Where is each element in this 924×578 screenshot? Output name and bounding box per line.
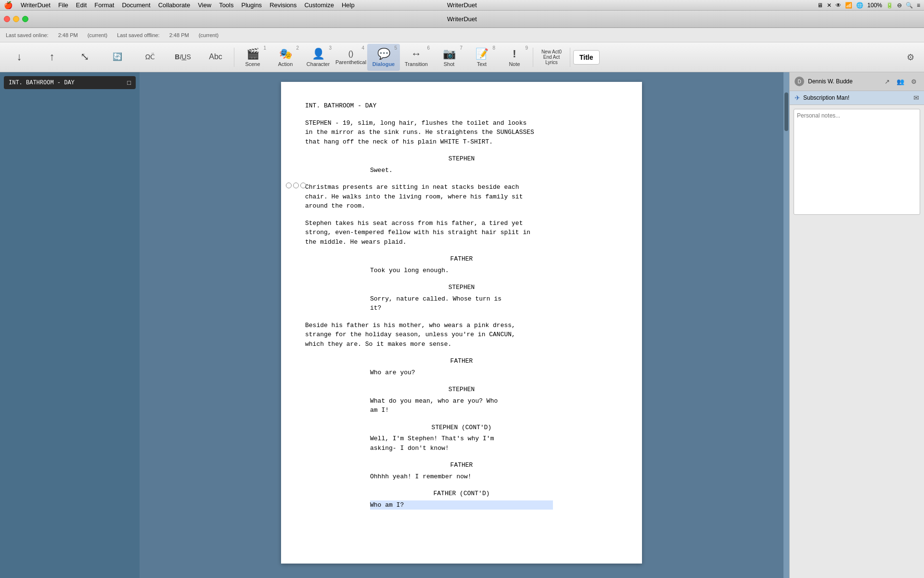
abc-button[interactable]: Abc [199, 44, 232, 71]
toolbar-separator-1 [234, 48, 234, 67]
personal-notes-area [790, 105, 924, 578]
offline-status-current: (current) [199, 32, 219, 38]
dialogue-sweet: Sweet. [370, 166, 553, 175]
subscription-row[interactable]: ✈ Subscription Man! ✉ [790, 91, 924, 105]
menu-plugins[interactable]: Plugins [241, 1, 262, 9]
refresh-button[interactable]: 🔄 [101, 44, 134, 71]
system-icons: 🖥✕👁📶🌐 100%🔋⊖🔍≡ [817, 2, 920, 9]
status-bar: Last saved online: 2:48 PM (current) Las… [0, 28, 924, 42]
dialogue-num: 5 [394, 45, 397, 51]
action-icon: 🎭 [279, 48, 292, 60]
menu-tools[interactable]: Tools [219, 1, 233, 9]
breadcrumb-text: INT. BATHROOM - DAY [9, 79, 75, 86]
maximize-button[interactable] [22, 16, 28, 22]
special-chars-button[interactable]: ΩC̈ [134, 44, 167, 71]
element-buttons-group: 1 🎬 Scene 2 🎭 Action 3 👤 Character 4 () … [236, 44, 531, 71]
menu-format[interactable]: Format [94, 1, 114, 9]
settings-icon[interactable]: ⚙ [903, 50, 918, 65]
dialogue-icon: 💬 [377, 48, 390, 60]
main-layout: INT. BATHROOM - DAY □ INT. BATHROOM - DA… [0, 72, 924, 578]
window-title: WriterDuet [447, 1, 477, 9]
character-stephen-contd: STEPHEN (CONT'D) [305, 423, 618, 433]
text-format-button[interactable]: BIUS [167, 44, 199, 71]
menu-edit[interactable]: Edit [76, 1, 87, 9]
scene-button[interactable]: 1 🎬 Scene [236, 44, 269, 71]
dialogue-well: Well, I'm Stephen! That's why I'masking-… [370, 434, 553, 453]
minimize-button[interactable] [13, 16, 19, 22]
shot-num: 7 [460, 45, 462, 51]
personal-notes-input[interactable] [794, 109, 920, 215]
shot-button[interactable]: 7 📷 Shot [433, 44, 465, 71]
plane-icon: ✈ [795, 94, 800, 102]
user-action-icons: ↗ 👥 ⚙ [882, 76, 919, 87]
action-num: 2 [296, 45, 299, 51]
menu-view[interactable]: View [198, 1, 211, 9]
right-panel: D Dennis W. Budde ↗ 👥 ⚙ ✈ Subscription M… [789, 72, 924, 578]
transition-button[interactable]: 6 ↔ Transition [400, 44, 433, 71]
transition-icon: ↔ [411, 48, 422, 60]
action-block-2: Christmas presents are sitting in neat s… [305, 183, 618, 211]
character-button[interactable]: 3 👤 Character [302, 44, 334, 71]
share-button[interactable]: ↑ [36, 44, 68, 71]
expand-button[interactable]: ⤡ [68, 44, 101, 71]
note-num: 9 [525, 45, 528, 51]
parenthetical-button[interactable]: 4 () Parenthetical [334, 44, 367, 71]
action-block-4: Beside his father is his mother, who wea… [305, 321, 618, 349]
user-name: Dennis W. Budde [808, 78, 853, 85]
text-icon: 📝 [475, 48, 488, 60]
menu-collaborate[interactable]: Collaborate [158, 1, 191, 9]
scene-icon: 🎬 [246, 48, 259, 60]
online-status-time: 2:48 PM [58, 32, 78, 38]
people-icon[interactable]: 👥 [895, 76, 906, 87]
text-format-icon: BIUS [175, 53, 191, 61]
menu-revisions[interactable]: Revisions [270, 1, 296, 9]
menu-document[interactable]: Document [122, 1, 150, 9]
breadcrumb-close[interactable]: □ [127, 79, 131, 86]
menu-customize[interactable]: Customize [304, 1, 334, 9]
menu-app[interactable]: WriterDuet [21, 1, 51, 9]
title-btn-label: Title [579, 53, 593, 61]
traffic-lights [4, 16, 28, 22]
scene-num: 1 [263, 45, 266, 51]
text-label: Text [477, 61, 487, 67]
abc-icon: Abc [209, 53, 222, 61]
toolbar-separator-2 [533, 48, 533, 67]
action-button[interactable]: 2 🎭 Action [269, 44, 302, 71]
script-area[interactable]: INT. BATHROOM - DAY STEPHEN - 19, slim, … [140, 72, 783, 578]
paren-icon: () [348, 50, 354, 58]
dialogue-button[interactable]: 5 💬 Dialogue [367, 44, 400, 71]
script-content[interactable]: INT. BATHROOM - DAY STEPHEN - 19, slim, … [305, 101, 618, 510]
subscription-check-icon: ✉ [913, 94, 919, 102]
note-button[interactable]: 9 ! Note [498, 44, 531, 71]
app-window-titlebar: WriterDuet [0, 11, 924, 28]
scrollbar-track[interactable] [783, 72, 789, 578]
dialogue-sorry: Sorry, nature called. Whose turn isit? [370, 294, 553, 313]
user-settings-icon[interactable]: ⚙ [909, 76, 919, 87]
extra-buttons-group: New Act0End ActLyrics [535, 44, 568, 71]
new-act-button[interactable]: New Act0End ActLyrics [535, 44, 568, 71]
offline-status-time: 2:48 PM [169, 32, 189, 38]
character-father-1: FATHER [305, 254, 618, 264]
character-stephen-2: STEPHEN [305, 283, 618, 292]
close-button[interactable] [4, 16, 10, 22]
mac-titlebar: 🍎 WriterDuet File Edit Format Document C… [0, 0, 924, 11]
scrollbar-thumb[interactable] [784, 92, 788, 131]
apple-menu[interactable]: 🍎 [4, 1, 13, 10]
user-header: D Dennis W. Budde ↗ 👥 ⚙ [790, 72, 924, 91]
text-button[interactable]: 8 📝 Text [465, 44, 498, 71]
paren-num: 4 [361, 45, 364, 51]
share-user-icon[interactable]: ↗ [882, 76, 892, 87]
dialogue-mean: What do you mean, who are you? Whoam I! [370, 396, 553, 415]
special-chars-icon: ΩC̈ [145, 53, 155, 61]
refresh-icon: 🔄 [113, 52, 122, 61]
new-act-label: New Act0End ActLyrics [541, 49, 562, 65]
avatar-initials: D [797, 79, 801, 84]
upload-button[interactable]: ↓ [3, 44, 36, 71]
title-button[interactable]: Title [573, 50, 600, 65]
menu-file[interactable]: File [58, 1, 68, 9]
character-father-contd: FATHER (CONT'D) [305, 489, 618, 499]
menu-help[interactable]: Help [342, 1, 355, 9]
avatar: D [795, 77, 804, 86]
scene-breadcrumb[interactable]: INT. BATHROOM - DAY □ [4, 76, 136, 89]
dialogue-who-am-i[interactable]: Who am I? [370, 500, 553, 510]
